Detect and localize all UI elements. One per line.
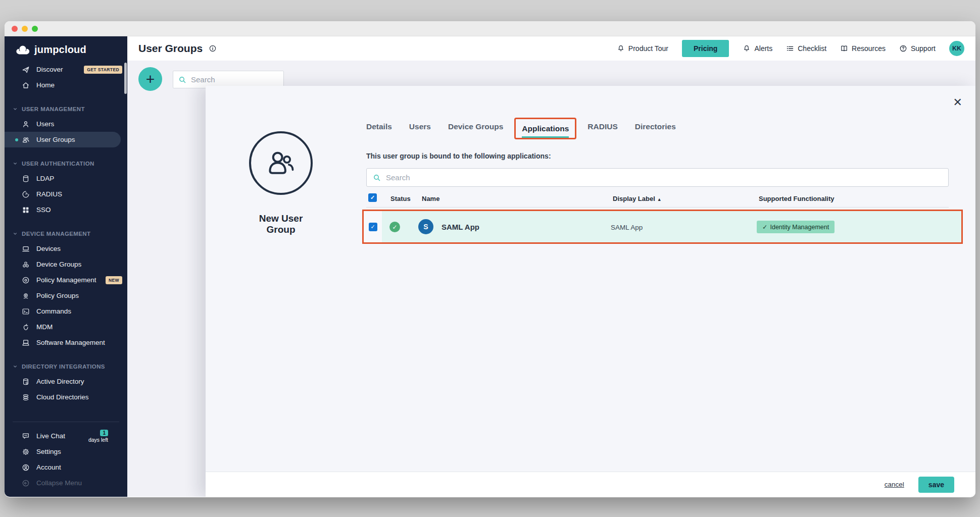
select-all-checkbox[interactable]: ✓ [368, 193, 377, 202]
book-icon [840, 44, 848, 53]
info-icon[interactable] [209, 44, 217, 53]
chevron-down-icon [13, 364, 18, 369]
tab-applications[interactable]: Applications [522, 124, 569, 138]
list-search-input[interactable] [191, 75, 267, 84]
row-content: ✓ S SAML App SAML App ✓ Identity Managem… [382, 211, 961, 242]
column-display-label[interactable]: Display Label▲ [613, 195, 662, 202]
sidebar-item-discover[interactable]: Discover GET STARTED [5, 62, 127, 77]
applications-search-input[interactable] [386, 173, 942, 182]
add-user-group-button[interactable]: + [138, 67, 162, 91]
sidebar-item-label: Discover [36, 66, 63, 73]
sidebar-item-ldap[interactable]: LDAP [5, 171, 127, 186]
scrollbar-thumb[interactable] [124, 63, 127, 94]
sidebar-item-devices[interactable]: Devices [5, 241, 127, 256]
commands-icon [22, 307, 30, 316]
user-groups-content: + ✕ New User Group Details [127, 61, 975, 497]
table-row[interactable]: ✓ ✓ S SAML App SAML App ✓ Identity Manag… [362, 210, 963, 244]
section-user-management[interactable]: USER MANAGEMENT [5, 101, 127, 116]
home-icon [22, 81, 30, 89]
chevron-down-icon [13, 161, 18, 166]
sidebar-item-account[interactable]: Account [5, 459, 127, 475]
section-directory-integrations[interactable]: DIRECTORY INTEGRATIONS [5, 359, 127, 374]
checklist-icon [786, 44, 794, 53]
ldap-icon [22, 175, 30, 183]
sidebar-item-sso[interactable]: SSO [5, 202, 127, 218]
sidebar-item-mdm[interactable]: MDM [5, 319, 127, 335]
tab-device-groups[interactable]: Device Groups [448, 122, 503, 135]
alerts-button[interactable]: Alerts [743, 44, 772, 53]
user-avatar[interactable]: KK [949, 41, 964, 56]
support-button[interactable]: Support [899, 44, 936, 53]
sidebar-item-policy-groups[interactable]: Policy Groups [5, 288, 127, 303]
app-avatar: S [418, 219, 433, 234]
sidebar-item-policy-management[interactable]: Policy Management NEW [5, 272, 127, 288]
user-group-panel: ✕ New User Group Details Users Device Gr… [206, 86, 975, 497]
group-name: New User Group [249, 213, 313, 235]
sidebar-item-user-groups[interactable]: User Groups [5, 132, 121, 147]
section-device-management[interactable]: DEVICE MANAGEMENT [5, 226, 127, 241]
functionality-badge: ✓ Identity Management [757, 221, 835, 233]
trial-countdown: 1 days left [88, 430, 108, 443]
checklist-button[interactable]: Checklist [786, 44, 826, 53]
resources-button[interactable]: Resources [840, 44, 886, 53]
bell-ring-icon [617, 44, 625, 53]
question-circle-icon [899, 44, 907, 53]
sidebar-item-live-chat[interactable]: Live Chat 1 days left [5, 428, 127, 444]
column-supported-functionality[interactable]: Supported Functionality [759, 195, 835, 202]
days-left-badge: 1 [100, 430, 108, 436]
sort-asc-icon: ▲ [657, 197, 662, 202]
sidebar-item-users[interactable]: Users [5, 116, 127, 132]
applications-search-box [366, 168, 949, 187]
sidebar-item-device-groups[interactable]: Device Groups [5, 256, 127, 272]
tab-radius[interactable]: RADIUS [587, 122, 617, 135]
tab-users[interactable]: Users [409, 122, 431, 135]
check-icon: ✓ [762, 223, 767, 231]
page-title: User Groups [138, 42, 203, 55]
user-groups-icon [22, 136, 30, 144]
maximize-window-button[interactable] [32, 26, 38, 32]
table-header: ✓ Status Name Display Label▲ Supported F… [206, 193, 975, 206]
sidebar-item-software-management[interactable]: Software Management [5, 335, 127, 350]
user-group-avatar [249, 131, 313, 195]
search-icon [178, 76, 186, 84]
bound-apps-description: This user group is bound to the followin… [366, 152, 551, 160]
discover-icon [22, 66, 30, 74]
sidebar-item-home[interactable]: Home [5, 77, 127, 93]
jumpcloud-logo[interactable]: jumpcloud [5, 36, 127, 62]
close-icon[interactable]: ✕ [953, 97, 962, 108]
sidebar-item-radius[interactable]: RADIUS [5, 186, 127, 202]
status-active-icon: ✓ [389, 222, 400, 232]
sidebar-item-cloud-directories[interactable]: Cloud Directories [5, 389, 127, 405]
logo-text: jumpcloud [34, 44, 86, 56]
sidebar-item-commands[interactable]: Commands [5, 303, 127, 319]
devices-icon [22, 245, 30, 253]
app-name: SAML App [442, 223, 479, 231]
device-groups-icon [22, 261, 30, 269]
sidebar-item-label: Home [36, 81, 55, 89]
column-status[interactable]: Status [390, 195, 411, 202]
cancel-button[interactable]: cancel [885, 481, 904, 488]
row-checkbox[interactable]: ✓ [369, 223, 377, 231]
table-header-divider [366, 207, 949, 208]
sidebar-divider [13, 422, 119, 422]
column-name[interactable]: Name [422, 195, 439, 202]
sidebar-item-collapse-menu[interactable]: Collapse Menu [5, 475, 127, 491]
tab-directories[interactable]: Directories [635, 122, 676, 135]
section-user-authentication[interactable]: USER AUTHENTICATION [5, 156, 127, 171]
row-checkbox-cell: ✓ [364, 211, 382, 242]
product-tour-button[interactable]: Product Tour [617, 44, 668, 53]
panel-tabs: Details Users Device Groups Applications… [366, 122, 676, 135]
top-header: User Groups Product Tour Pricing Alerts … [127, 36, 975, 61]
tab-details[interactable]: Details [366, 122, 392, 135]
minimize-window-button[interactable] [22, 26, 28, 32]
search-icon [373, 174, 381, 182]
pricing-button[interactable]: Pricing [682, 40, 729, 57]
close-window-button[interactable] [12, 26, 18, 32]
main-area: User Groups Product Tour Pricing Alerts … [127, 36, 975, 497]
chevron-down-icon [13, 231, 18, 236]
save-button[interactable]: save [918, 477, 954, 493]
app-window: jumpcloud Discover GET STARTED Home USER… [5, 21, 975, 497]
account-icon [22, 463, 30, 472]
sidebar-item-settings[interactable]: Settings [5, 444, 127, 459]
sidebar-item-active-directory[interactable]: Active Directory [5, 374, 127, 389]
